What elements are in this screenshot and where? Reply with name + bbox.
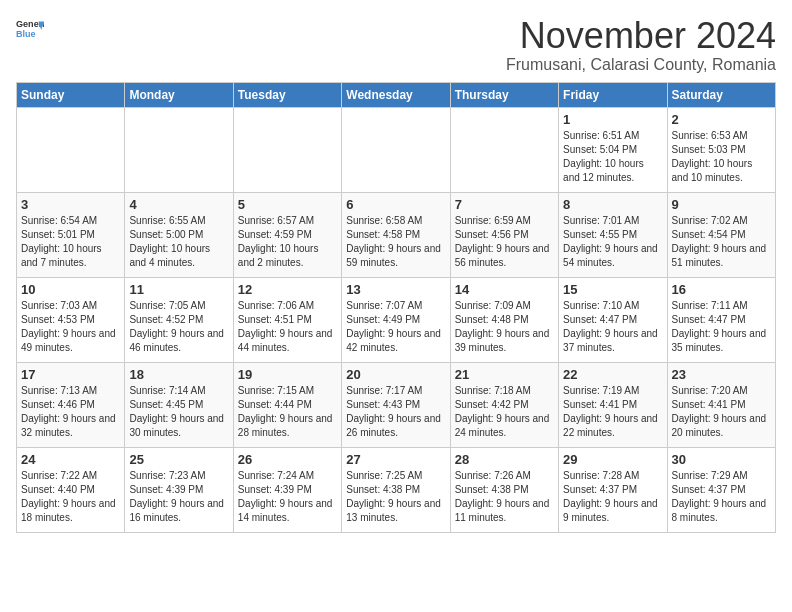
day-info: Sunrise: 7:29 AM Sunset: 4:37 PM Dayligh…: [672, 469, 771, 525]
day-info: Sunrise: 7:06 AM Sunset: 4:51 PM Dayligh…: [238, 299, 337, 355]
day-number: 30: [672, 452, 771, 467]
calendar-cell: [233, 107, 341, 192]
day-info: Sunrise: 7:05 AM Sunset: 4:52 PM Dayligh…: [129, 299, 228, 355]
calendar-cell: 21Sunrise: 7:18 AM Sunset: 4:42 PM Dayli…: [450, 362, 558, 447]
calendar-cell: 23Sunrise: 7:20 AM Sunset: 4:41 PM Dayli…: [667, 362, 775, 447]
calendar-cell: 22Sunrise: 7:19 AM Sunset: 4:41 PM Dayli…: [559, 362, 667, 447]
day-number: 25: [129, 452, 228, 467]
calendar-week-3: 10Sunrise: 7:03 AM Sunset: 4:53 PM Dayli…: [17, 277, 776, 362]
day-info: Sunrise: 6:51 AM Sunset: 5:04 PM Dayligh…: [563, 129, 662, 185]
day-number: 16: [672, 282, 771, 297]
svg-text:Blue: Blue: [16, 29, 36, 39]
calendar-cell: 14Sunrise: 7:09 AM Sunset: 4:48 PM Dayli…: [450, 277, 558, 362]
calendar-cell: 13Sunrise: 7:07 AM Sunset: 4:49 PM Dayli…: [342, 277, 450, 362]
calendar-cell: 6Sunrise: 6:58 AM Sunset: 4:58 PM Daylig…: [342, 192, 450, 277]
weekday-header-wednesday: Wednesday: [342, 82, 450, 107]
day-info: Sunrise: 7:22 AM Sunset: 4:40 PM Dayligh…: [21, 469, 120, 525]
day-info: Sunrise: 7:07 AM Sunset: 4:49 PM Dayligh…: [346, 299, 445, 355]
day-number: 18: [129, 367, 228, 382]
day-info: Sunrise: 7:02 AM Sunset: 4:54 PM Dayligh…: [672, 214, 771, 270]
day-number: 5: [238, 197, 337, 212]
calendar-subtitle: Frumusani, Calarasi County, Romania: [506, 56, 776, 74]
calendar-week-4: 17Sunrise: 7:13 AM Sunset: 4:46 PM Dayli…: [17, 362, 776, 447]
calendar-cell: 18Sunrise: 7:14 AM Sunset: 4:45 PM Dayli…: [125, 362, 233, 447]
calendar-cell: 10Sunrise: 7:03 AM Sunset: 4:53 PM Dayli…: [17, 277, 125, 362]
day-info: Sunrise: 6:58 AM Sunset: 4:58 PM Dayligh…: [346, 214, 445, 270]
day-info: Sunrise: 7:01 AM Sunset: 4:55 PM Dayligh…: [563, 214, 662, 270]
calendar-cell: [342, 107, 450, 192]
calendar-cell: 8Sunrise: 7:01 AM Sunset: 4:55 PM Daylig…: [559, 192, 667, 277]
calendar-cell: 27Sunrise: 7:25 AM Sunset: 4:38 PM Dayli…: [342, 447, 450, 532]
day-info: Sunrise: 6:57 AM Sunset: 4:59 PM Dayligh…: [238, 214, 337, 270]
calendar-cell: 17Sunrise: 7:13 AM Sunset: 4:46 PM Dayli…: [17, 362, 125, 447]
calendar-cell: 2Sunrise: 6:53 AM Sunset: 5:03 PM Daylig…: [667, 107, 775, 192]
day-info: Sunrise: 7:13 AM Sunset: 4:46 PM Dayligh…: [21, 384, 120, 440]
day-info: Sunrise: 7:09 AM Sunset: 4:48 PM Dayligh…: [455, 299, 554, 355]
day-info: Sunrise: 7:17 AM Sunset: 4:43 PM Dayligh…: [346, 384, 445, 440]
day-number: 11: [129, 282, 228, 297]
calendar-cell: 7Sunrise: 6:59 AM Sunset: 4:56 PM Daylig…: [450, 192, 558, 277]
day-number: 4: [129, 197, 228, 212]
day-number: 12: [238, 282, 337, 297]
day-number: 29: [563, 452, 662, 467]
day-number: 28: [455, 452, 554, 467]
weekday-header-saturday: Saturday: [667, 82, 775, 107]
day-number: 10: [21, 282, 120, 297]
calendar-week-5: 24Sunrise: 7:22 AM Sunset: 4:40 PM Dayli…: [17, 447, 776, 532]
weekday-header-row: SundayMondayTuesdayWednesdayThursdayFrid…: [17, 82, 776, 107]
calendar-cell: 11Sunrise: 7:05 AM Sunset: 4:52 PM Dayli…: [125, 277, 233, 362]
day-number: 3: [21, 197, 120, 212]
page-header: General Blue November 2024 Frumusani, Ca…: [16, 16, 776, 74]
day-number: 24: [21, 452, 120, 467]
calendar-cell: 3Sunrise: 6:54 AM Sunset: 5:01 PM Daylig…: [17, 192, 125, 277]
day-number: 19: [238, 367, 337, 382]
weekday-header-thursday: Thursday: [450, 82, 558, 107]
calendar-week-1: 1Sunrise: 6:51 AM Sunset: 5:04 PM Daylig…: [17, 107, 776, 192]
day-number: 13: [346, 282, 445, 297]
calendar-cell: 20Sunrise: 7:17 AM Sunset: 4:43 PM Dayli…: [342, 362, 450, 447]
calendar-cell: 30Sunrise: 7:29 AM Sunset: 4:37 PM Dayli…: [667, 447, 775, 532]
day-info: Sunrise: 7:15 AM Sunset: 4:44 PM Dayligh…: [238, 384, 337, 440]
day-info: Sunrise: 7:14 AM Sunset: 4:45 PM Dayligh…: [129, 384, 228, 440]
calendar-cell: [17, 107, 125, 192]
calendar-cell: 24Sunrise: 7:22 AM Sunset: 4:40 PM Dayli…: [17, 447, 125, 532]
weekday-header-sunday: Sunday: [17, 82, 125, 107]
calendar-cell: 15Sunrise: 7:10 AM Sunset: 4:47 PM Dayli…: [559, 277, 667, 362]
calendar-cell: [125, 107, 233, 192]
day-info: Sunrise: 6:53 AM Sunset: 5:03 PM Dayligh…: [672, 129, 771, 185]
weekday-header-tuesday: Tuesday: [233, 82, 341, 107]
calendar-cell: 25Sunrise: 7:23 AM Sunset: 4:39 PM Dayli…: [125, 447, 233, 532]
day-number: 2: [672, 112, 771, 127]
day-info: Sunrise: 6:54 AM Sunset: 5:01 PM Dayligh…: [21, 214, 120, 270]
title-block: November 2024 Frumusani, Calarasi County…: [506, 16, 776, 74]
day-number: 17: [21, 367, 120, 382]
day-info: Sunrise: 7:20 AM Sunset: 4:41 PM Dayligh…: [672, 384, 771, 440]
day-number: 20: [346, 367, 445, 382]
day-info: Sunrise: 7:26 AM Sunset: 4:38 PM Dayligh…: [455, 469, 554, 525]
calendar-cell: 19Sunrise: 7:15 AM Sunset: 4:44 PM Dayli…: [233, 362, 341, 447]
day-info: Sunrise: 7:19 AM Sunset: 4:41 PM Dayligh…: [563, 384, 662, 440]
day-number: 22: [563, 367, 662, 382]
day-info: Sunrise: 6:59 AM Sunset: 4:56 PM Dayligh…: [455, 214, 554, 270]
calendar-cell: 5Sunrise: 6:57 AM Sunset: 4:59 PM Daylig…: [233, 192, 341, 277]
logo: General Blue: [16, 16, 44, 44]
day-info: Sunrise: 7:23 AM Sunset: 4:39 PM Dayligh…: [129, 469, 228, 525]
day-info: Sunrise: 7:10 AM Sunset: 4:47 PM Dayligh…: [563, 299, 662, 355]
day-number: 7: [455, 197, 554, 212]
day-info: Sunrise: 7:03 AM Sunset: 4:53 PM Dayligh…: [21, 299, 120, 355]
day-number: 9: [672, 197, 771, 212]
day-number: 8: [563, 197, 662, 212]
calendar-cell: 1Sunrise: 6:51 AM Sunset: 5:04 PM Daylig…: [559, 107, 667, 192]
day-info: Sunrise: 7:25 AM Sunset: 4:38 PM Dayligh…: [346, 469, 445, 525]
day-info: Sunrise: 7:18 AM Sunset: 4:42 PM Dayligh…: [455, 384, 554, 440]
day-number: 27: [346, 452, 445, 467]
day-info: Sunrise: 7:28 AM Sunset: 4:37 PM Dayligh…: [563, 469, 662, 525]
weekday-header-friday: Friday: [559, 82, 667, 107]
day-info: Sunrise: 7:11 AM Sunset: 4:47 PM Dayligh…: [672, 299, 771, 355]
logo-icon: General Blue: [16, 16, 44, 44]
calendar-cell: 29Sunrise: 7:28 AM Sunset: 4:37 PM Dayli…: [559, 447, 667, 532]
calendar-cell: 4Sunrise: 6:55 AM Sunset: 5:00 PM Daylig…: [125, 192, 233, 277]
day-number: 26: [238, 452, 337, 467]
calendar-cell: 12Sunrise: 7:06 AM Sunset: 4:51 PM Dayli…: [233, 277, 341, 362]
day-number: 14: [455, 282, 554, 297]
